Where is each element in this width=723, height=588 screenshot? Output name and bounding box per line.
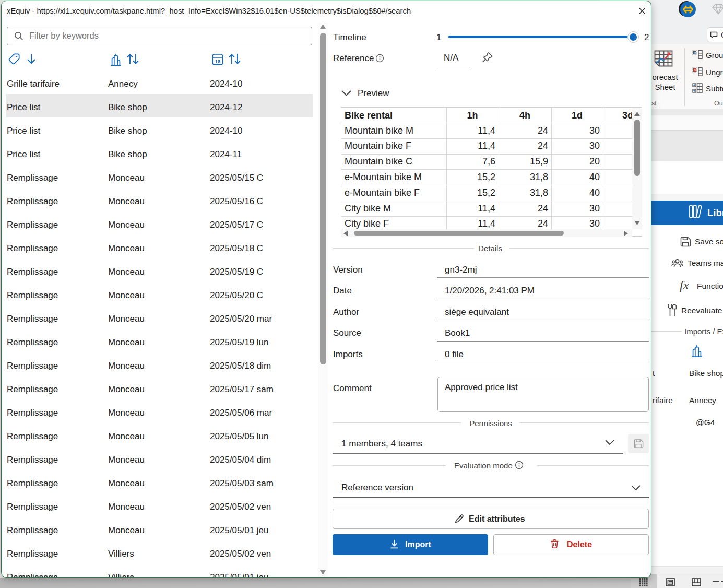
svg-text:18: 18 xyxy=(215,58,221,64)
